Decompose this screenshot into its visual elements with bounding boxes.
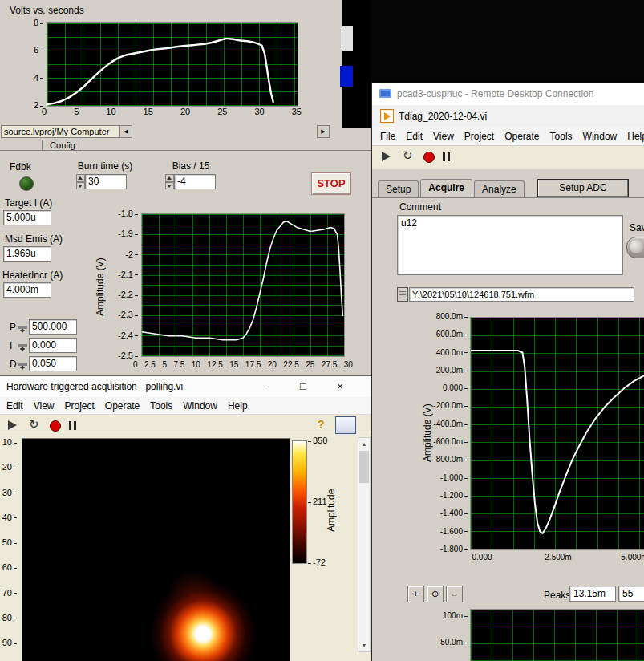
- spinner-arrows-icon[interactable]: [18, 326, 27, 329]
- spinner-arrows-icon[interactable]: [165, 174, 174, 189]
- scroll-up-icon[interactable]: ▲: [358, 438, 370, 450]
- y-tick-label: 50.0m: [440, 638, 468, 647]
- fdbk-label: Fdbk: [10, 161, 31, 172]
- maximize-icon[interactable]: □: [286, 376, 321, 397]
- msd-emis-value[interactable]: 1.969u: [3, 246, 51, 262]
- stop-button[interactable]: STOP: [311, 172, 351, 195]
- bias-control[interactable]: -4: [165, 174, 216, 189]
- color-ramp[interactable]: [292, 440, 307, 564]
- pid-d-label: D: [10, 359, 17, 370]
- abort-icon[interactable]: [423, 152, 435, 163]
- pid-d-control[interactable]: D 0.050: [10, 356, 77, 371]
- menu-item[interactable]: View: [433, 131, 454, 142]
- cursor-tool-icon[interactable]: +: [407, 586, 424, 602]
- intensity-graph-y-axis: 102030405060708090: [0, 437, 17, 647]
- y-tick-label: 100m: [443, 611, 468, 620]
- feedback-chart-x-axis: 02.557.51012.51517.52022.52527.530: [133, 360, 353, 369]
- menu-item[interactable]: Tools: [150, 400, 172, 412]
- x-tick-label: 7.5: [173, 360, 184, 369]
- bias-value[interactable]: -4: [174, 174, 216, 189]
- pid-i-value[interactable]: 0.000: [29, 338, 77, 353]
- vi-titlebar[interactable]: Tdiag_2020-12-04.vi: [372, 105, 644, 128]
- pan-tool-icon[interactable]: ⇔: [446, 586, 463, 602]
- save-toggle-switch[interactable]: [626, 237, 644, 258]
- comment-input[interactable]: u12: [397, 215, 623, 275]
- menu-item[interactable]: Operate: [105, 400, 140, 412]
- peaks-value-2[interactable]: 55: [618, 586, 644, 602]
- heater-incr-value[interactable]: 4.000m: [3, 282, 51, 298]
- tab-analyze[interactable]: Analyze: [474, 180, 525, 198]
- scroll-left-icon[interactable]: ◀: [119, 125, 132, 138]
- menu-item[interactable]: Window: [183, 400, 217, 412]
- menu-item[interactable]: File: [380, 131, 395, 142]
- target-current-value[interactable]: 5.000u: [3, 210, 51, 225]
- feedback-chart-plot[interactable]: [141, 213, 345, 357]
- intensity-graph-plot[interactable]: [22, 438, 290, 661]
- pid-p-control[interactable]: P 500.000: [10, 319, 77, 335]
- spinner-arrows-icon[interactable]: [18, 344, 27, 347]
- y-tick-label: 0.000: [443, 383, 468, 392]
- menu-item[interactable]: Window: [583, 131, 618, 142]
- vi-window-title: Tdiag_2020-12-04.vi: [399, 111, 487, 122]
- x-tick-label: 5: [162, 360, 167, 369]
- menu-item[interactable]: Project: [464, 131, 494, 142]
- run-icon[interactable]: [8, 420, 17, 430]
- menu-item[interactable]: View: [34, 400, 55, 412]
- menu-item[interactable]: Edit: [406, 131, 423, 142]
- y-tick-label: -1.200: [440, 491, 468, 500]
- rdp-titlebar[interactable]: pcad3-cuspnuc - Remote Desktop Connectio…: [372, 83, 644, 106]
- minimize-icon[interactable]: –: [249, 376, 284, 397]
- y-tick-label: -1.600: [440, 527, 468, 536]
- waveform-graph-plot[interactable]: [470, 317, 644, 550]
- spinner-arrows-icon[interactable]: [18, 363, 27, 366]
- close-icon[interactable]: ×: [322, 376, 358, 397]
- run-continuous-icon[interactable]: ↻: [403, 148, 413, 163]
- scroll-down-icon[interactable]: ▼: [358, 639, 370, 651]
- vertical-scrollbar[interactable]: ▲ ▼: [358, 437, 371, 652]
- run-icon[interactable]: [382, 152, 391, 161]
- run-continuous-icon[interactable]: ↻: [29, 417, 39, 432]
- menu-item[interactable]: Tools: [550, 131, 573, 142]
- abort-icon[interactable]: [50, 420, 61, 432]
- menu-item[interactable]: Operate: [504, 131, 539, 142]
- window-titlebar[interactable]: Hardware triggered acquisition - polling…: [0, 376, 371, 398]
- tab-setup[interactable]: Setup: [378, 180, 419, 198]
- mini-chart-plot[interactable]: [470, 609, 644, 661]
- burn-time-control[interactable]: 30: [76, 174, 127, 189]
- x-tick-label: 30: [254, 107, 264, 116]
- project-path-label[interactable]: source.lvproj/My Computer: [1, 125, 121, 138]
- hardware-acquisition-window: Hardware triggered acquisition - polling…: [0, 375, 371, 661]
- file-path-type-icon[interactable]: [397, 287, 408, 302]
- peaks-value[interactable]: 13.15m: [569, 586, 616, 602]
- scroll-right-icon[interactable]: ▶: [317, 125, 330, 138]
- tab-config[interactable]: Config: [42, 140, 83, 151]
- spinner-arrows-icon[interactable]: [76, 174, 85, 189]
- pause-icon[interactable]: [443, 152, 450, 161]
- scrollbar-thumb[interactable]: [359, 451, 369, 483]
- pid-d-value[interactable]: 0.050: [29, 356, 77, 371]
- menu-item[interactable]: Edit: [6, 400, 23, 412]
- pause-icon[interactable]: [69, 421, 76, 430]
- pid-p-value[interactable]: 500.000: [29, 319, 77, 335]
- y-tick-label: 70: [2, 588, 17, 598]
- toolbar: ↻ ?: [0, 415, 371, 436]
- menu-item[interactable]: Help: [228, 400, 248, 412]
- y-axis-label: Amplitude (V): [95, 227, 106, 347]
- help-icon[interactable]: ?: [318, 418, 325, 431]
- burn-time-value[interactable]: 30: [85, 174, 127, 189]
- background-black-strip: [342, 0, 371, 128]
- zoom-tool-icon[interactable]: ⊕: [427, 586, 444, 602]
- pid-i-control[interactable]: I 0.000: [10, 338, 77, 353]
- tab-acquire[interactable]: Acquire: [420, 179, 472, 198]
- menu-item[interactable]: Project: [64, 400, 94, 412]
- y-tick-label: 8: [34, 18, 43, 27]
- fdbk-led-indicator[interactable]: [19, 176, 34, 191]
- volts-chart-plot[interactable]: [47, 22, 298, 107]
- y-tick-label: 800.0m: [436, 312, 468, 321]
- setup-adc-button[interactable]: Setup ADC: [537, 179, 629, 197]
- y-tick-label: 600.0m: [436, 330, 468, 339]
- menu-item[interactable]: Help: [627, 131, 644, 142]
- y-tick-label: -200.0m: [433, 401, 468, 410]
- file-path-input[interactable]: Y:\2021\05\10\124618.751.wfm: [409, 287, 634, 302]
- panel-icon[interactable]: [335, 416, 356, 434]
